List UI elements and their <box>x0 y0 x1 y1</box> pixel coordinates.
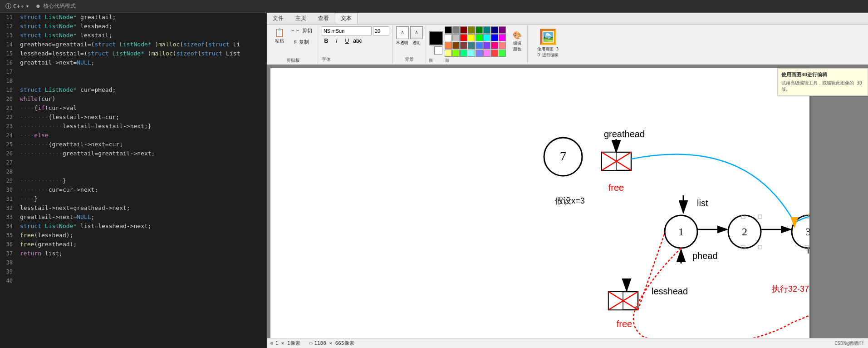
code-line: 20while(cur) <box>0 94 266 104</box>
bg-section: A 不透明 A 透明 背景 <box>393 25 426 64</box>
main-layout: 11struct ListNode* greattail;12struct Li… <box>0 13 868 348</box>
color-cell[interactable] <box>483 26 490 34</box>
color-cell[interactable] <box>491 34 498 41</box>
code-line: 23············lesstail=lesstail->next;} <box>0 122 266 131</box>
color-cell[interactable] <box>491 42 498 49</box>
color-cell[interactable] <box>460 26 467 34</box>
paint-canvas[interactable]: 7 greathead free 假设x=3 <box>270 68 809 338</box>
color-cell[interactable] <box>483 50 490 57</box>
svg-text:greathead: greathead <box>604 129 645 139</box>
color-cell[interactable] <box>476 50 483 57</box>
font-section: B I U abc 字体 <box>319 25 392 64</box>
canvas-size: ▭ 1188 × 665像素 <box>309 340 354 347</box>
color-cell[interactable] <box>452 26 460 34</box>
color-cell[interactable] <box>460 50 467 57</box>
cut-button[interactable]: ✂ ✂ 剪切 <box>289 25 315 36</box>
code-line: 21····{if(cur->val <box>0 104 266 113</box>
color-cell[interactable] <box>483 42 490 49</box>
canvas-area[interactable]: 使用画图3D进行编辑 试用高级编辑工具，或编辑此图像的 3D 版。 7 grea… <box>267 65 868 338</box>
tab-view[interactable]: 查看 <box>312 13 335 24</box>
tab-file[interactable]: 文件 <box>267 13 289 24</box>
color-cell[interactable] <box>476 34 483 41</box>
code-line: 13struct ListNode* lesstail; <box>0 31 266 40</box>
tab-text[interactable]: 文本 <box>335 13 358 24</box>
code-line: 33greattail->next=NULL; <box>0 213 266 222</box>
svg-rect-7 <box>602 152 616 170</box>
svg-rect-0 <box>270 68 809 338</box>
svg-text:3: 3 <box>805 226 809 238</box>
tab-home[interactable]: 主页 <box>289 13 312 24</box>
paste-button[interactable]: 📋 粘贴 <box>271 27 288 46</box>
color-cell[interactable] <box>445 42 452 49</box>
color-cell[interactable] <box>445 50 452 57</box>
edit-color-area: 🎨 编辑 颜色 <box>509 29 525 54</box>
size-value: 1188 × 665像素 <box>314 340 354 347</box>
edit-color-button[interactable]: 🎨 编辑 颜色 <box>509 29 525 54</box>
color-cell[interactable] <box>460 34 467 41</box>
color-grid <box>445 26 506 57</box>
code-line: 39 <box>0 267 266 276</box>
clipboard-section: 📋 粘贴 ✂ ✂ 剪切 ⎘ 复制 剪贴板 <box>269 25 318 64</box>
font-name-input[interactable] <box>322 26 372 35</box>
tooltip: 使用画图3D进行编辑 试用高级编辑工具，或编辑此图像的 3D 版。 <box>777 68 868 96</box>
dropdown-icon[interactable]: ▾ <box>25 3 29 10</box>
color1-swatch[interactable] <box>429 31 443 45</box>
font-label: 字体 <box>322 56 389 63</box>
svg-rect-42 <box>608 292 623 310</box>
color-cell[interactable] <box>499 26 506 34</box>
strikethrough-button[interactable]: abc <box>353 36 362 45</box>
svg-text:假设x=3: 假设x=3 <box>555 196 585 205</box>
copy-label: 复制 <box>299 39 309 45</box>
color-cell[interactable] <box>452 42 460 49</box>
svg-text:phead: phead <box>692 251 718 261</box>
color2-swatch[interactable] <box>434 46 442 55</box>
opaque-button[interactable]: A 不透明 <box>396 26 409 46</box>
svg-text:7: 7 <box>560 149 566 163</box>
font-size-input[interactable] <box>373 26 389 35</box>
color-cell[interactable] <box>445 26 452 34</box>
edit-color-icon: 🎨 <box>513 31 522 40</box>
color-cell[interactable] <box>499 34 506 41</box>
color-cell[interactable] <box>499 42 506 49</box>
italic-button[interactable]: I <box>332 36 341 45</box>
color-cell[interactable] <box>483 34 490 41</box>
color-cell[interactable] <box>468 34 475 41</box>
color-main-row: 🎨 编辑 颜色 <box>429 26 525 57</box>
transparent-button[interactable]: A 透明 <box>410 26 423 46</box>
color-cell[interactable] <box>452 50 460 57</box>
underline-button[interactable]: U <box>343 36 352 45</box>
code-line: 22········{lesstail->next=cur; <box>0 113 266 122</box>
edit3d-icon: 🖼️ <box>539 28 557 45</box>
code-line: 25········{greattail->next=cur; <box>0 140 266 149</box>
code-line: 28 <box>0 167 266 176</box>
code-line: 14greathead=greattail=(struct ListNode* … <box>0 40 266 49</box>
color-cell[interactable] <box>491 50 498 57</box>
bg-row: A 不透明 A 透明 <box>396 26 423 46</box>
tooltip-body: 试用高级编辑工具，或编辑此图像的 3D 版。 <box>781 80 864 93</box>
color-cell[interactable] <box>452 34 460 41</box>
ribbon-tabs: 文件 主页 查看 文本 <box>267 13 868 25</box>
tooltip-title: 使用画图3D进行编辑 <box>781 71 864 78</box>
color-cell[interactable] <box>499 50 506 57</box>
color-cell[interactable] <box>468 42 475 49</box>
color-swatches <box>429 29 443 55</box>
paste-icon: 📋 <box>275 29 284 37</box>
cursor-value: 1 × 1像素 <box>275 340 300 347</box>
svg-text:list: list <box>697 198 708 208</box>
clipboard-label: 剪贴板 <box>286 56 300 64</box>
color-cell[interactable] <box>468 26 475 34</box>
svg-text:执行32-37行: 执行32-37行 <box>772 284 809 293</box>
color-cell[interactable] <box>468 50 475 57</box>
color-cell[interactable] <box>476 26 483 34</box>
code-editor[interactable]: 11struct ListNode* greattail;12struct Li… <box>0 13 267 348</box>
copy-button[interactable]: ⎘ 复制 <box>289 37 315 47</box>
code-line: 29············} <box>0 176 266 185</box>
code-line: 24····else <box>0 131 266 140</box>
bold-button[interactable]: B <box>322 36 331 45</box>
color-cell[interactable] <box>491 26 498 34</box>
code-line: 26············greattail=greattail->next; <box>0 149 266 158</box>
color-cell[interactable] <box>476 42 483 49</box>
edit3d-button[interactable]: 🖼️ 使用画图 3D 进行编辑 <box>532 26 564 60</box>
color-cell[interactable] <box>460 42 467 49</box>
color-cell[interactable] <box>445 34 452 41</box>
